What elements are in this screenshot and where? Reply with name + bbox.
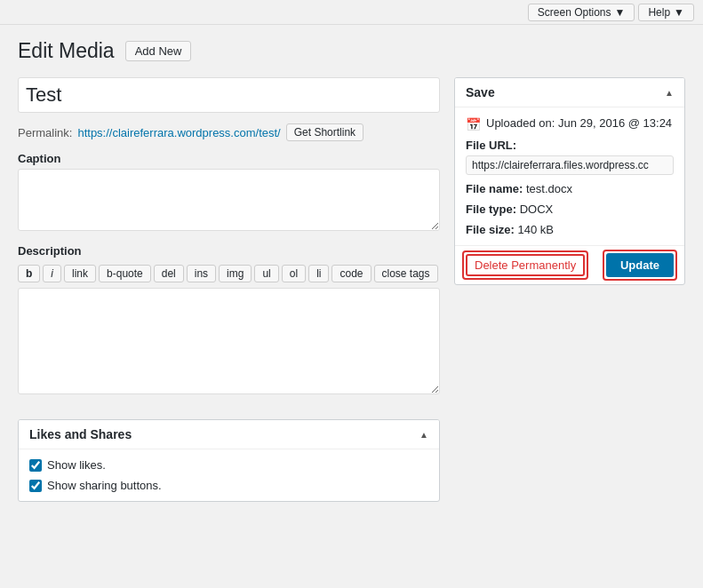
toolbar-btn-b-quote[interactable]: b-quote bbox=[99, 265, 151, 282]
permalink-link[interactable]: https://claireferrara.wordpress.com/test… bbox=[77, 126, 280, 139]
save-box-body: 📅 Uploaded on: Jun 29, 2016 @ 13:24 File… bbox=[455, 107, 684, 245]
calendar-icon: 📅 bbox=[466, 117, 481, 131]
likes-shares-title: Likes and Shares bbox=[29, 427, 132, 441]
main-layout: Permalink: https://claireferrara.wordpre… bbox=[18, 77, 685, 502]
top-bar: Screen Options ▼ Help ▼ bbox=[0, 0, 703, 25]
save-collapse-icon[interactable]: ▲ bbox=[665, 88, 674, 98]
show-likes-checkbox[interactable] bbox=[29, 459, 42, 472]
permalink-label: Permalink: bbox=[18, 126, 72, 139]
save-box-title: Save bbox=[466, 85, 495, 99]
file-size-value: 140 kB bbox=[518, 223, 554, 236]
description-textarea[interactable] bbox=[18, 288, 440, 394]
description-label: Description bbox=[18, 244, 440, 258]
caption-textarea[interactable] bbox=[18, 169, 440, 231]
file-name-row: File name: test.docx bbox=[466, 182, 674, 195]
file-type-label: File type: bbox=[466, 203, 516, 216]
file-url-label: File URL: bbox=[466, 139, 674, 152]
show-sharing-row[interactable]: Show sharing buttons. bbox=[29, 479, 428, 492]
toolbar-btn-del[interactable]: del bbox=[154, 265, 184, 282]
delete-button-wrapper: Delete Permanently bbox=[466, 254, 585, 276]
file-url-section: File URL: bbox=[466, 139, 674, 175]
toolbar-btn-ins[interactable]: ins bbox=[187, 265, 216, 282]
toolbar-btn-b[interactable]: b bbox=[18, 265, 40, 282]
page-content: Edit Media Add New Permalink: https://cl… bbox=[0, 25, 703, 516]
toolbar-btn-close-tags[interactable]: close tags bbox=[374, 265, 438, 282]
file-type-row: File type: DOCX bbox=[466, 203, 674, 216]
toolbar-btn-code[interactable]: code bbox=[332, 265, 371, 282]
file-name-label: File name: bbox=[466, 182, 523, 195]
likes-shares-header: Likes and Shares ▲ bbox=[19, 420, 439, 449]
likes-shares-collapse-icon[interactable]: ▲ bbox=[419, 430, 428, 440]
toolbar-btn-link[interactable]: link bbox=[64, 265, 96, 282]
page-header: Edit Media Add New bbox=[18, 39, 685, 63]
permalink-row: Permalink: https://claireferrara.wordpre… bbox=[18, 123, 440, 141]
toolbar-btn-li[interactable]: li bbox=[308, 265, 329, 282]
delete-permanently-button[interactable]: Delete Permanently bbox=[466, 254, 585, 276]
right-column: Save ▲ 📅 Uploaded on: Jun 29, 2016 @ 13:… bbox=[454, 77, 685, 285]
toolbar-btn-img[interactable]: img bbox=[219, 265, 252, 282]
show-likes-label: Show likes. bbox=[47, 458, 106, 472]
toolbar-btn-i[interactable]: i bbox=[43, 265, 61, 282]
screen-options-chevron-icon: ▼ bbox=[615, 6, 626, 19]
screen-options-button[interactable]: Screen Options ▼ bbox=[528, 4, 635, 21]
caption-section: Caption bbox=[18, 152, 440, 234]
save-box: Save ▲ 📅 Uploaded on: Jun 29, 2016 @ 13:… bbox=[454, 77, 685, 285]
file-name-value: test.docx bbox=[526, 182, 572, 195]
save-box-actions: Delete Permanently Update bbox=[455, 245, 684, 284]
editor-toolbar: bilinkb-quotedelinsimgulollicodeclose ta… bbox=[18, 265, 440, 282]
uploaded-row: 📅 Uploaded on: Jun 29, 2016 @ 13:24 bbox=[466, 116, 674, 131]
toolbar-btn-ul[interactable]: ul bbox=[254, 265, 278, 282]
update-button[interactable]: Update bbox=[606, 253, 674, 277]
file-size-label: File size: bbox=[466, 223, 515, 236]
help-chevron-icon: ▼ bbox=[674, 6, 684, 19]
caption-label: Caption bbox=[18, 152, 440, 165]
show-sharing-label: Show sharing buttons. bbox=[47, 479, 162, 492]
title-input[interactable] bbox=[18, 77, 440, 113]
uploaded-label: Uploaded on: Jun 29, 2016 @ 13:24 bbox=[486, 116, 672, 130]
file-size-row: File size: 140 kB bbox=[466, 223, 674, 236]
file-type-value: DOCX bbox=[520, 203, 554, 216]
likes-shares-body: Show likes. Show sharing buttons. bbox=[19, 449, 439, 501]
save-box-header: Save ▲ bbox=[455, 78, 684, 107]
show-sharing-checkbox[interactable] bbox=[29, 480, 42, 492]
help-label: Help bbox=[648, 6, 670, 19]
toolbar-btn-ol[interactable]: ol bbox=[282, 265, 306, 282]
likes-shares-box: Likes and Shares ▲ Show likes. Show shar… bbox=[18, 419, 440, 502]
help-button[interactable]: Help ▼ bbox=[638, 4, 694, 21]
page-title: Edit Media bbox=[18, 39, 115, 63]
left-column: Permalink: https://claireferrara.wordpre… bbox=[18, 77, 440, 502]
file-url-input[interactable] bbox=[466, 155, 674, 175]
get-shortlink-button[interactable]: Get Shortlink bbox=[286, 123, 363, 141]
show-likes-row[interactable]: Show likes. bbox=[29, 458, 428, 472]
description-section: Description bilinkb-quotedelinsimgulolli… bbox=[18, 244, 440, 394]
update-button-wrapper: Update bbox=[606, 253, 674, 277]
add-new-button[interactable]: Add New bbox=[125, 41, 192, 61]
screen-options-label: Screen Options bbox=[538, 6, 611, 19]
